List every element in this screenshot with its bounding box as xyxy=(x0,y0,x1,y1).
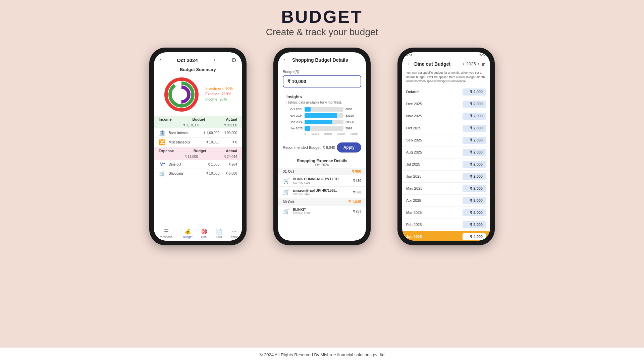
budget-row-label: Jun 2025 xyxy=(406,174,421,178)
p3-next-year[interactable]: › xyxy=(478,61,479,66)
income-actual-header: Actual xyxy=(226,117,237,121)
bar-value: 33320 xyxy=(345,114,358,117)
bar-label: Nov 2024 xyxy=(286,114,303,117)
delete-icon[interactable]: 🗑 xyxy=(481,61,486,67)
status-time: 4:54 xyxy=(406,54,412,57)
budget-row-label: Jan 2025 xyxy=(406,235,422,239)
recommend-text: Recommended Budget: ₹ 6,040 xyxy=(283,145,335,150)
budget-list-row[interactable]: Sep 2025 ₹ 2,000 xyxy=(402,134,490,146)
budget-row-value[interactable]: ₹ 4,000 xyxy=(463,233,486,240)
prev-month-arrow[interactable]: ‹ xyxy=(159,57,161,63)
bar-track xyxy=(305,107,343,112)
budget-row-value[interactable]: ₹ 2,000 xyxy=(463,149,486,156)
p2-back-arrow[interactable]: ← xyxy=(283,56,289,63)
budget-row-value[interactable]: ₹ 2,000 xyxy=(463,101,486,108)
misc-budget: ₹ 10,000 xyxy=(206,140,219,144)
budget-input[interactable]: ₹ 10,000 xyxy=(283,75,361,87)
p3-back-arrow[interactable]: ← xyxy=(406,60,412,67)
p3-year-nav: ‹ 2025 › 🗑 xyxy=(463,61,486,67)
bar-value: 6088 xyxy=(345,108,358,111)
income-total-budget: ₹ 1,10,000 xyxy=(183,123,199,127)
nav-transactions[interactable]: ☰ Transactio... xyxy=(158,228,174,239)
budget-row-value[interactable]: ₹ 2,000 xyxy=(463,197,486,204)
legend-investment: Investment: 50% xyxy=(205,86,233,90)
budget-row-label: Apr 2025 xyxy=(406,198,421,202)
expense-date-30oct: 30 Oct ₹ 1,035 xyxy=(278,198,366,206)
amazon-cart-icon: 🛒 xyxy=(283,189,290,195)
p3-title: Dine out Budget xyxy=(414,61,461,67)
p3-year: 2025 xyxy=(466,61,476,66)
budget-row-value[interactable]: ₹ 2,000 xyxy=(463,209,486,216)
budget-list-row[interactable]: Nov 2025 ₹ 2,000 xyxy=(402,110,490,122)
budget-list-row[interactable]: Jan 2025 ₹ 4,000 xyxy=(402,231,490,241)
apply-button[interactable]: Apply xyxy=(337,142,361,153)
p3-prev-year[interactable]: ‹ xyxy=(463,61,464,66)
next-month-arrow[interactable]: › xyxy=(214,57,215,63)
dineout-actual: ₹ 264 xyxy=(222,163,237,166)
p3-info-text: You can set specific budget for a month.… xyxy=(402,69,490,86)
budget-list-row[interactable]: Apr 2025 ₹ 2,000 xyxy=(402,195,490,207)
budget-row-value[interactable]: ₹ 2,000 xyxy=(463,137,486,144)
summary-title: Budget Summary xyxy=(154,66,242,73)
bar-label: Dec 2024 xyxy=(286,120,303,124)
status-battery: 100% xyxy=(478,54,486,57)
income-row-bank: 🏦 Bank Interest ₹ 1,00,000 ₹ 99,000 xyxy=(154,128,242,138)
income-section: Income Budget Actual ₹ 1,10,000 ₹ 99,000… xyxy=(154,116,242,147)
budget-row-value[interactable]: ₹ 2,000 xyxy=(463,185,486,192)
nav-budget[interactable]: 💰 Budget xyxy=(183,228,193,239)
bar-track xyxy=(305,126,343,131)
budget-row-value[interactable]: ₹ 2,000 xyxy=(463,161,486,168)
budget-list-row[interactable]: Jul 2025 ₹ 2,000 xyxy=(402,159,490,171)
budget-row-value[interactable]: ₹ 2,000 xyxy=(463,221,486,228)
expense-details-month: Oct 2024 xyxy=(278,163,366,167)
misc-actual: ₹ 0 xyxy=(222,140,237,144)
budget-list-row[interactable]: Dec 2025 ₹ 2,000 xyxy=(402,98,490,110)
phones-container: ‹ Oct 2024 › ⚙ Budget Summary xyxy=(0,41,644,245)
income-budget-header: Budget xyxy=(193,117,205,121)
budget-list-row[interactable]: Mar 2025 ₹ 2,000 xyxy=(402,207,490,219)
nav-bills[interactable]: 📄 Bills xyxy=(216,228,222,239)
total-30oct: ₹ 1,035 xyxy=(348,200,361,204)
bar-fill xyxy=(305,126,310,131)
expense-item-blink: 🛒 BLINK COMMERCE PVT LTD KOTAK 4101 ₹ 43… xyxy=(278,175,366,187)
income-total-actual: ₹ 99,000 xyxy=(224,123,237,127)
recommend-row: Recommended Budget: ₹ 6,040 Apply xyxy=(278,139,366,156)
bank-budget: ₹ 1,00,000 xyxy=(203,131,219,135)
budget-list: Default ₹ 2,000 Dec 2025 ₹ 2,000 Nov 202… xyxy=(402,86,490,241)
expense-item-blinkit: 🛒 BLINKIT KOTAK 4101 ₹ 253 xyxy=(278,206,366,217)
bar-fill xyxy=(305,120,332,124)
bar-value: 28556 xyxy=(345,120,358,124)
blink-name: BLINK COMMERCE PVT LTD xyxy=(293,177,350,181)
blink-sub: KOTAK 4101 xyxy=(293,181,350,184)
budget-list-row[interactable]: Jun 2025 ₹ 2,000 xyxy=(402,171,490,183)
budget-list-row[interactable]: Aug 2025 ₹ 2,000 xyxy=(402,146,490,159)
settings-icon[interactable]: ⚙ xyxy=(231,56,236,64)
budget-list-row[interactable]: Feb 2025 ₹ 2,000 xyxy=(402,219,490,231)
nav-more[interactable]: ··· More xyxy=(231,228,238,239)
expense-actual-header: Actual xyxy=(226,149,237,153)
budget-row-value[interactable]: ₹ 2,000 xyxy=(463,88,486,96)
dineout-label: Dine out xyxy=(169,163,205,166)
bank-label: Bank Interest xyxy=(169,131,201,135)
nav-goal[interactable]: 🎯 Goal xyxy=(201,228,208,239)
budget-row-label: Default xyxy=(406,90,419,94)
budget-row-value[interactable]: ₹ 2,000 xyxy=(463,173,486,180)
income-row-misc: 🔀 Miscellaneous ₹ 10,000 ₹ 0 xyxy=(154,138,242,147)
budget-row-value[interactable]: ₹ 2,000 xyxy=(463,125,486,132)
blinkit-sub: KOTAK 4101 xyxy=(293,212,350,215)
insights-title: Insights xyxy=(286,95,358,99)
budget-row-value[interactable]: ₹ 2,000 xyxy=(463,113,486,120)
bar-row: Jan 2025 5992 xyxy=(286,126,358,131)
date-31oct: 31 Oct xyxy=(283,169,294,174)
budget-list-row[interactable]: Oct 2025 ₹ 2,000 xyxy=(402,122,490,134)
phone-3-screen: 4:54 100% ← Dine out Budget ‹ 2025 › 🗑 Y… xyxy=(402,52,490,241)
status-bar: 4:54 100% xyxy=(402,52,490,58)
app-subtitle: Create & track your budget xyxy=(0,27,644,38)
amazon-name: amazon@rapl UPI 4671565.. xyxy=(293,189,350,192)
budget-list-row[interactable]: Default ₹ 2,000 xyxy=(402,86,490,98)
transactions-icon: ☰ xyxy=(164,228,169,235)
phone-1-screen: ‹ Oct 2024 › ⚙ Budget Summary xyxy=(154,52,242,241)
budget-list-row[interactable]: May 2025 ₹ 2,000 xyxy=(402,183,490,195)
bank-actual: ₹ 99,000 xyxy=(222,131,237,135)
footer: © 2024 All Rights Reserved By Mishree fi… xyxy=(0,348,644,362)
